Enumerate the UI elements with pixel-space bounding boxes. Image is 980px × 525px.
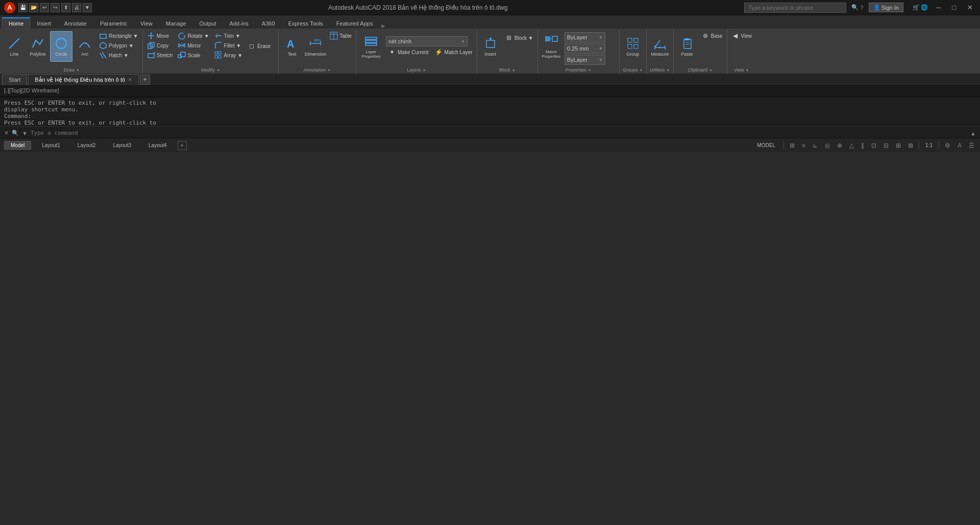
quickview-btn[interactable]: ☰ [967, 142, 976, 149]
layer-dropdown[interactable]: nét chính ▼ [386, 36, 468, 46]
sign-in-btn[interactable]: 👤 Sign In [869, 3, 903, 12]
osnap-toggle[interactable]: ⊕ [836, 142, 844, 149]
draw-group-label[interactable]: Draw ▼ [3, 67, 140, 73]
tab-manage[interactable]: Manage [159, 17, 193, 29]
properties-group-expand[interactable]: ▼ [588, 68, 592, 72]
tab-insert[interactable]: Insert [30, 17, 58, 29]
clipboard-group-label[interactable]: Clipboard ▼ [676, 67, 725, 73]
qa-open[interactable]: 📂 [29, 3, 38, 12]
cmd-icon-arrow[interactable]: ▼ [22, 130, 28, 136]
cmd-icon-search[interactable]: 🔍 [12, 130, 19, 136]
polar-toggle[interactable]: ◎ [823, 142, 831, 149]
tab-start[interactable]: Start [2, 74, 27, 85]
block-group-label[interactable]: Block ▼ [479, 67, 535, 73]
text-button[interactable]: A Text [281, 31, 303, 62]
make-current-button[interactable]: ✦ Make Current [386, 47, 431, 57]
annotation-group-label[interactable]: Annotation ▼ [281, 67, 354, 73]
workspace-btn[interactable]: ⚙ [943, 142, 952, 149]
modify-group-expand[interactable]: ▼ [216, 68, 220, 72]
dimension-button[interactable]: dim Dimension [304, 31, 327, 62]
app-logo[interactable]: A [4, 2, 15, 13]
scale-button[interactable]: Scale [176, 51, 211, 60]
ortho-toggle[interactable]: ⊾ [811, 142, 819, 149]
utilities-group-expand[interactable]: ▼ [666, 68, 670, 72]
layers-group-expand[interactable]: ▼ [422, 68, 426, 72]
rectangle-button[interactable]: Rectangle ▼ [97, 31, 140, 40]
arc-button[interactable]: Arc [74, 31, 96, 62]
transparency-toggle[interactable]: ⊞ [894, 142, 902, 149]
layout-tab-layout2[interactable]: Layout2 [71, 141, 103, 150]
grid-toggle[interactable]: ≡ [800, 142, 807, 149]
insert-button[interactable]: Insert [479, 31, 502, 62]
match-properties-button[interactable]: Match Properties [540, 31, 562, 62]
layers-group-label[interactable]: Layers ▼ [358, 67, 475, 73]
tab-drawing-close[interactable]: ✕ [128, 77, 132, 82]
stretch-button[interactable]: Stretch [145, 51, 175, 60]
annotation-group-expand[interactable]: ▼ [327, 68, 331, 72]
selection-toggle[interactable]: ⊠ [906, 142, 915, 149]
group-button[interactable]: Group [622, 31, 644, 62]
tab-drawing[interactable]: Bản vẽ Hệ thống Điều hòa trên ô tô ✕ [28, 74, 139, 85]
qa-print[interactable]: 🖨 [72, 3, 81, 12]
layout-add-button[interactable]: + [178, 141, 187, 150]
layer-properties-button[interactable]: Layer Properties [358, 31, 384, 62]
utilities-group-label[interactable]: Utilities ▼ [649, 67, 671, 73]
properties-group-label[interactable]: Properties ▼ [540, 67, 617, 73]
zoom-label[interactable]: 1:1 [925, 142, 933, 148]
layout-tab-layout3[interactable]: Layout3 [106, 141, 138, 150]
qa-undo[interactable]: ↪ [51, 3, 60, 12]
layout-tab-model[interactable]: Model [4, 141, 31, 150]
maximize-btn[interactable]: □ [949, 3, 959, 12]
close-btn[interactable]: ✕ [964, 3, 976, 12]
otrack-toggle[interactable]: △ [848, 142, 855, 149]
array-button[interactable]: Array ▼ [212, 51, 245, 60]
move-button[interactable]: Move [145, 31, 175, 40]
search-input[interactable] [744, 3, 846, 13]
qa-dropdown[interactable]: ▼ [83, 3, 92, 12]
table-button[interactable]: Table [328, 31, 354, 40]
block-group-expand[interactable]: ▼ [512, 68, 516, 72]
copy-button[interactable]: Copy [145, 41, 175, 50]
circle-button[interactable]: Circle [50, 31, 72, 62]
clipboard-group-expand[interactable]: ▼ [709, 68, 713, 72]
snap-toggle[interactable]: ⊞ [788, 142, 796, 149]
fillet-button[interactable]: Fillet ▼ [212, 41, 245, 50]
cmd-expand[interactable]: ▲ [970, 130, 976, 136]
tab-parametric[interactable]: Parametric [93, 17, 134, 29]
polygon-button[interactable]: Polygon ▼ [97, 41, 140, 50]
groups-group-expand[interactable]: ▼ [640, 68, 643, 72]
annotations-btn[interactable]: A [956, 142, 963, 149]
tab-view[interactable]: View [134, 17, 159, 29]
tab-featured[interactable]: Featured Apps [330, 17, 380, 29]
hatch-button[interactable]: Hatch ▼ [97, 51, 140, 60]
tab-express[interactable]: Express Tools [282, 17, 330, 29]
minimize-btn[interactable]: ─ [933, 3, 944, 12]
help-icon[interactable]: ? [861, 5, 864, 11]
block-button[interactable]: ⊞ Block ▼ [503, 33, 535, 42]
dyn-toggle[interactable]: ⊡ [870, 142, 878, 149]
mirror-button[interactable]: Mirror [176, 41, 211, 50]
tab-annotate[interactable]: Annotate [58, 17, 93, 29]
view-group-expand[interactable]: ▼ [746, 68, 749, 72]
qa-new[interactable]: 💾 [18, 3, 28, 12]
polyline-button[interactable]: Polyline [27, 31, 49, 62]
cmd-icon-close[interactable]: ✕ [4, 130, 9, 136]
draw-group-expand[interactable]: ▼ [76, 68, 80, 72]
match-layer-button[interactable]: ⚡ Match Layer [433, 47, 475, 57]
ducs-toggle[interactable]: ∥ [860, 142, 866, 149]
viewport-header-text[interactable]: [-][Top][2D Wireframe] [4, 87, 59, 93]
tab-addins[interactable]: Add-ins [223, 17, 255, 29]
tab-home[interactable]: Home [2, 17, 30, 29]
line-button[interactable]: Line [3, 31, 26, 62]
tab-output[interactable]: Output [193, 17, 223, 29]
qa-save[interactable]: ↩ [40, 3, 49, 12]
layout-tab-layout1[interactable]: Layout1 [35, 141, 67, 150]
rotate-button[interactable]: Rotate ▼ [176, 31, 211, 40]
modify-group-label[interactable]: Modify ▼ [145, 67, 276, 73]
color-dropdown[interactable]: ByLayer ▼ [565, 32, 605, 42]
view-group-label[interactable]: View ▼ [729, 67, 754, 73]
tab-add-button[interactable]: + [140, 75, 150, 85]
erase-button[interactable]: ◻ Erase [246, 41, 276, 51]
lineweight-toggle[interactable]: ⊟ [882, 142, 890, 149]
customize-ribbon-btn[interactable]: ▶ [381, 23, 385, 29]
